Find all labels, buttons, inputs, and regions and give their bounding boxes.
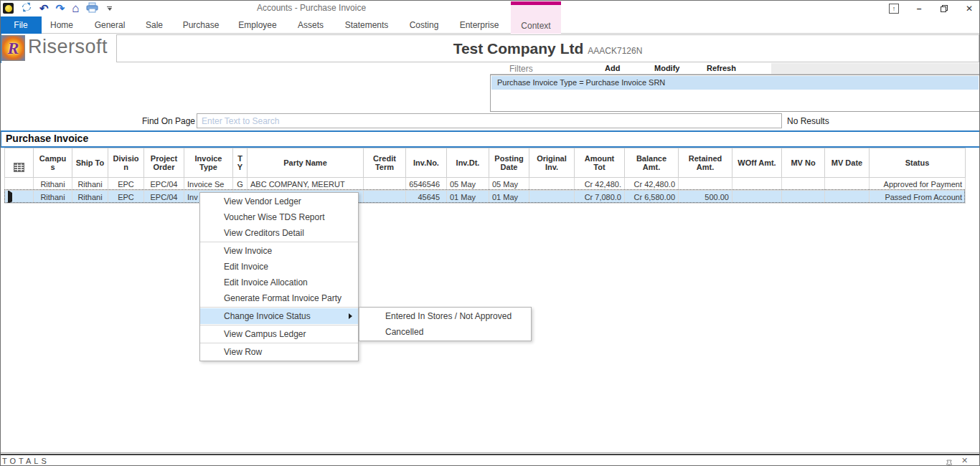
cell-inv-no[interactable]: 45645 [406,191,447,204]
cell-original-inv[interactable] [529,191,575,204]
cell-invoice-type[interactable]: Invoice Se [184,178,233,191]
menu-item-edit-invoice[interactable]: Edit Invoice [200,259,358,275]
menu-item-view-creditors-detail[interactable]: View Creditors Detail [200,225,358,241]
minimize-icon[interactable]: – [914,4,924,14]
menu-item-change-invoice-status[interactable]: Change Invoice Status [200,308,358,324]
cell-ship-to[interactable]: Rithani [72,178,108,191]
cell-retained-amt[interactable]: 500.00 [679,191,732,204]
close-icon[interactable]: ✕ [964,4,974,14]
col-header-amount-tot[interactable]: Amount Tot [575,148,625,178]
cell-balance-amt[interactable]: Cr 42,480.0 [625,178,679,191]
table-row[interactable]: Rithani Rithani EPC EPC/04 Invoice Se G … [5,178,966,191]
cell-amount-tot[interactable]: Cr 42,480. [575,178,625,191]
cell-balance-amt[interactable]: Cr 6,580.00 [625,191,679,204]
cell-amount-tot[interactable]: Cr 7,080.0 [575,191,625,204]
col-header-campus[interactable]: Campu s [34,148,72,178]
col-header-balance-amt[interactable]: Balance Amt. [625,148,679,178]
cell-woff-amt[interactable] [732,178,782,191]
undo-icon[interactable]: ↶ [39,3,49,14]
print-icon[interactable] [86,2,98,15]
cell-credit-term[interactable] [364,191,406,204]
active-filter-row[interactable]: Purchase Invoice Type = Purchase Invoice… [491,76,979,90]
find-on-page-input[interactable] [197,113,782,128]
pin-icon[interactable] [946,457,953,466]
cell-mv-date[interactable] [825,178,870,191]
menu-item-edit-invoice-allocation[interactable]: Edit Invoice Allocation [200,275,358,290]
filters-add-button[interactable]: Add [605,64,620,72]
tab-enterprise[interactable]: Enterprise [452,16,507,34]
col-header-division[interactable]: Divisio n [108,148,144,178]
tab-sale[interactable]: Sale [138,16,171,34]
cell-campus[interactable]: Rithani [34,178,72,191]
customize-toolbar-icon[interactable] [107,6,112,11]
cell-woff-amt[interactable] [732,191,782,204]
col-header-status[interactable]: Status [870,148,966,178]
redo-icon[interactable]: ↷ [56,3,65,14]
cell-inv-no[interactable]: 6546546 [406,178,447,191]
tab-home[interactable]: Home [42,16,82,34]
submenu-item-entered-in-stores[interactable]: Entered In Stores / Not Approved [359,308,531,324]
menu-item-view-campus-ledger[interactable]: View Campus Ledger [200,326,358,342]
col-header-mv-date[interactable]: MV Date [825,148,870,178]
cell-mv-no[interactable] [782,178,825,191]
cell-party-name[interactable]: ABC COMPANY, MEERUT [248,178,364,191]
tab-employee[interactable]: Employee [231,16,284,34]
ribbon-expand-icon[interactable]: ↑ [889,4,899,14]
cell-division[interactable]: EPC [108,191,144,204]
col-header-credit-term[interactable]: Credit Term [364,148,406,178]
home-icon[interactable]: ⌂ [72,3,79,14]
col-header-original-inv[interactable]: Original Inv. [529,148,575,178]
cell-credit-term[interactable] [364,178,406,191]
col-header-invoice-type[interactable]: Invoice Type [184,148,233,178]
cell-inv-dt[interactable]: 05 May [447,178,489,191]
tab-purchase[interactable]: Purchase [171,16,231,34]
app-icon[interactable] [3,3,14,14]
tab-assets[interactable]: Assets [284,16,337,34]
filters-modify-button[interactable]: Modify [654,64,679,72]
restore-icon[interactable] [939,4,949,14]
menu-item-view-invoice[interactable]: View Invoice [200,243,358,259]
col-header-ty[interactable]: T Y [233,148,248,178]
cell-ship-to[interactable]: Rithani [72,191,108,204]
cell-inv-dt[interactable]: 01 May [447,191,489,204]
cell-posting-date[interactable]: 05 May [489,178,529,191]
col-header-inv-no[interactable]: Inv.No. [406,148,447,178]
filters-refresh-button[interactable]: Refresh [707,64,736,72]
col-header-project-order[interactable]: Project Order [144,148,184,178]
cell-status[interactable]: Passed From Account [870,191,966,204]
menu-item-view-row[interactable]: View Row [200,344,358,360]
row-header-cell[interactable] [5,178,34,191]
col-header-retained-amt[interactable]: Retained Amt. [679,148,732,178]
table-row-selected[interactable]: Rithani Rithani EPC EPC/04 Inv 45645 01 … [5,191,966,204]
cell-campus[interactable]: Rithani [34,191,72,204]
menu-item-voucher-wise-tds-report[interactable]: Voucher Wise TDS Report [200,209,358,225]
refresh-icon[interactable] [21,1,32,15]
tab-costing[interactable]: Costing [396,16,452,34]
cell-division[interactable]: EPC [108,178,144,191]
row-header-cell[interactable] [5,191,34,204]
submenu-item-cancelled[interactable]: Cancelled [359,324,531,340]
tab-general[interactable]: General [82,16,138,34]
col-header-woff-amt[interactable]: WOff Amt. [732,148,782,178]
cell-posting-date[interactable]: 01 May [489,191,529,204]
cell-original-inv[interactable] [529,178,575,191]
col-header-posting-date[interactable]: Posting Date [489,148,529,178]
cell-mv-date[interactable] [825,191,870,204]
cell-project-order[interactable]: EPC/04 [144,191,184,204]
col-header-ship-to[interactable]: Ship To [72,148,108,178]
cell-ty[interactable]: G [233,178,248,191]
col-header-mv-no[interactable]: MV No [782,148,825,178]
col-header-inv-dt[interactable]: Inv.Dt. [447,148,489,178]
tab-file[interactable]: File [0,16,42,34]
cell-project-order[interactable]: EPC/04 [144,178,184,191]
menu-item-view-vendor-ledger[interactable]: View Vendor Ledger [200,194,358,209]
grid-selector-icon[interactable] [5,148,34,178]
tab-context[interactable]: Context [511,1,561,34]
cell-status[interactable]: Approved for Payment [870,178,966,191]
menu-item-generate-format-invoice-party[interactable]: Generate Format Invoice Party [200,290,358,306]
panel-close-icon[interactable]: ✕ [961,456,968,465]
cell-retained-amt[interactable] [679,178,732,191]
tab-statements[interactable]: Statements [337,16,396,34]
col-header-party-name[interactable]: Party Name [248,148,364,178]
cell-mv-no[interactable] [782,191,825,204]
